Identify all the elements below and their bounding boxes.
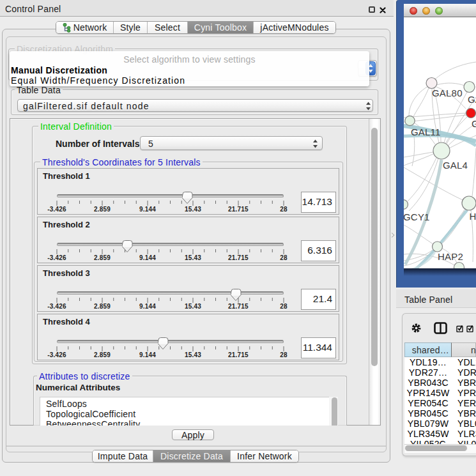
svg-text:GAL4: GAL4 (443, 160, 468, 171)
svg-text:GA: GA (468, 94, 476, 105)
svg-text:GCY1: GCY1 (404, 211, 430, 222)
svg-text:HAP2: HAP2 (438, 251, 463, 262)
svg-text:GAL11: GAL11 (411, 127, 441, 137)
svg-text:G: G (472, 118, 476, 129)
svg-text:H: H (470, 211, 476, 222)
svg-text:GAL80: GAL80 (432, 88, 463, 98)
